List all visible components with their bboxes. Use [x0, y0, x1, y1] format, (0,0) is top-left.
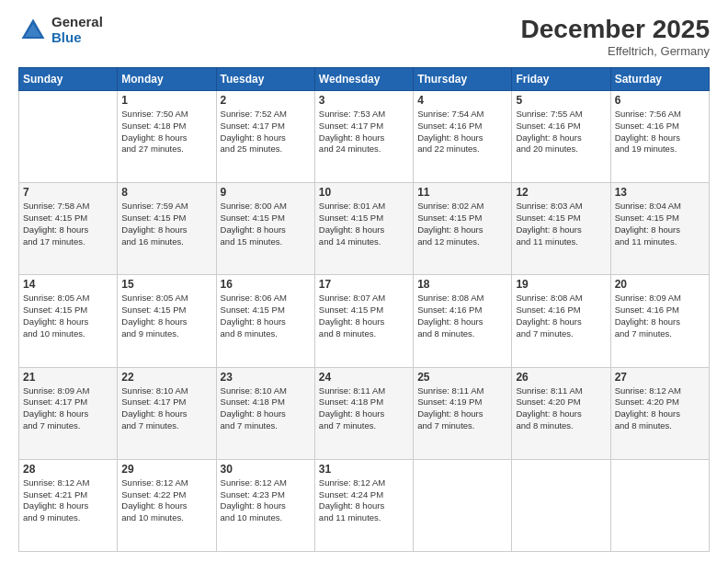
- calendar-cell: 27Sunrise: 8:12 AM Sunset: 4:20 PM Dayli…: [610, 367, 709, 459]
- day-number: 12: [516, 186, 606, 199]
- day-number: 17: [319, 278, 409, 291]
- day-info: Sunrise: 8:06 AM Sunset: 4:15 PM Dayligh…: [221, 293, 311, 339]
- day-number: 7: [23, 186, 113, 199]
- calendar-cell: 8Sunrise: 7:59 AM Sunset: 4:15 PM Daylig…: [118, 183, 216, 275]
- day-number: 23: [221, 371, 311, 384]
- calendar-table: SundayMondayTuesdayWednesdayThursdayFrid…: [18, 67, 710, 552]
- week-row-5: 28Sunrise: 8:12 AM Sunset: 4:21 PM Dayli…: [19, 459, 710, 551]
- calendar-cell: 19Sunrise: 8:08 AM Sunset: 4:16 PM Dayli…: [512, 275, 610, 367]
- day-info: Sunrise: 8:04 AM Sunset: 4:15 PM Dayligh…: [615, 201, 705, 247]
- week-row-1: 1Sunrise: 7:50 AM Sunset: 4:18 PM Daylig…: [19, 91, 710, 183]
- day-header-wednesday: Wednesday: [314, 68, 413, 91]
- calendar-cell: 28Sunrise: 8:12 AM Sunset: 4:21 PM Dayli…: [19, 459, 118, 551]
- calendar-cell: 6Sunrise: 7:56 AM Sunset: 4:16 PM Daylig…: [610, 91, 709, 183]
- day-info: Sunrise: 8:11 AM Sunset: 4:20 PM Dayligh…: [516, 385, 606, 432]
- calendar-cell: 22Sunrise: 8:10 AM Sunset: 4:17 PM Dayli…: [118, 367, 216, 459]
- day-header-saturday: Saturday: [610, 68, 709, 91]
- calendar-cell: [512, 459, 610, 551]
- day-info: Sunrise: 8:12 AM Sunset: 4:20 PM Dayligh…: [615, 385, 705, 432]
- calendar-cell: 26Sunrise: 8:11 AM Sunset: 4:20 PM Dayli…: [512, 367, 610, 459]
- day-info: Sunrise: 8:12 AM Sunset: 4:24 PM Dayligh…: [319, 477, 409, 524]
- day-info: Sunrise: 7:55 AM Sunset: 4:16 PM Dayligh…: [516, 109, 606, 155]
- week-row-4: 21Sunrise: 8:09 AM Sunset: 4:17 PM Dayli…: [19, 367, 710, 459]
- day-info: Sunrise: 8:03 AM Sunset: 4:15 PM Dayligh…: [516, 201, 606, 247]
- day-info: Sunrise: 8:11 AM Sunset: 4:18 PM Dayligh…: [319, 385, 409, 432]
- day-number: 13: [615, 186, 705, 199]
- day-info: Sunrise: 8:09 AM Sunset: 4:16 PM Dayligh…: [615, 293, 705, 339]
- day-number: 29: [121, 463, 211, 476]
- day-info: Sunrise: 7:54 AM Sunset: 4:16 PM Dayligh…: [417, 109, 507, 155]
- day-number: 18: [417, 278, 507, 291]
- calendar-cell: [19, 91, 118, 183]
- day-number: 5: [516, 94, 606, 107]
- day-number: 11: [417, 186, 507, 199]
- day-info: Sunrise: 7:50 AM Sunset: 4:18 PM Dayligh…: [121, 109, 211, 155]
- calendar-cell: 12Sunrise: 8:03 AM Sunset: 4:15 PM Dayli…: [512, 183, 610, 275]
- day-info: Sunrise: 8:08 AM Sunset: 4:16 PM Dayligh…: [417, 293, 507, 339]
- calendar-cell: 29Sunrise: 8:12 AM Sunset: 4:22 PM Dayli…: [118, 459, 216, 551]
- week-row-3: 14Sunrise: 8:05 AM Sunset: 4:15 PM Dayli…: [19, 275, 710, 367]
- day-number: 22: [121, 371, 211, 384]
- calendar-cell: 20Sunrise: 8:09 AM Sunset: 4:16 PM Dayli…: [610, 275, 709, 367]
- calendar-cell: 1Sunrise: 7:50 AM Sunset: 4:18 PM Daylig…: [118, 91, 216, 183]
- day-info: Sunrise: 8:08 AM Sunset: 4:16 PM Dayligh…: [516, 293, 606, 339]
- day-number: 10: [319, 186, 409, 199]
- logo-blue-text: Blue: [51, 30, 103, 46]
- logo-text: General Blue: [51, 15, 103, 45]
- day-number: 26: [516, 371, 606, 384]
- calendar-cell: 2Sunrise: 7:52 AM Sunset: 4:17 PM Daylig…: [216, 91, 314, 183]
- day-info: Sunrise: 8:02 AM Sunset: 4:15 PM Dayligh…: [417, 201, 507, 247]
- day-header-tuesday: Tuesday: [216, 68, 314, 91]
- day-header-friday: Friday: [512, 68, 610, 91]
- day-number: 31: [319, 463, 409, 476]
- day-number: 6: [615, 94, 705, 107]
- logo-icon: [18, 16, 48, 45]
- calendar-cell: 21Sunrise: 8:09 AM Sunset: 4:17 PM Dayli…: [19, 367, 118, 459]
- day-number: 30: [221, 463, 311, 476]
- calendar-cell: 10Sunrise: 8:01 AM Sunset: 4:15 PM Dayli…: [314, 183, 413, 275]
- calendar-cell: 7Sunrise: 7:58 AM Sunset: 4:15 PM Daylig…: [19, 183, 118, 275]
- calendar-cell: 24Sunrise: 8:11 AM Sunset: 4:18 PM Dayli…: [314, 367, 413, 459]
- calendar-cell: 17Sunrise: 8:07 AM Sunset: 4:15 PM Dayli…: [314, 275, 413, 367]
- day-number: 19: [516, 278, 606, 291]
- calendar-cell: 30Sunrise: 8:12 AM Sunset: 4:23 PM Dayli…: [216, 459, 314, 551]
- day-info: Sunrise: 7:58 AM Sunset: 4:15 PM Dayligh…: [23, 201, 113, 247]
- calendar-cell: 14Sunrise: 8:05 AM Sunset: 4:15 PM Dayli…: [19, 275, 118, 367]
- day-info: Sunrise: 7:59 AM Sunset: 4:15 PM Dayligh…: [121, 201, 211, 247]
- page: General Blue December 2025 Effeltrich, G…: [0, 0, 728, 563]
- day-number: 4: [417, 94, 507, 107]
- day-info: Sunrise: 8:09 AM Sunset: 4:17 PM Dayligh…: [23, 385, 113, 432]
- calendar-cell: 31Sunrise: 8:12 AM Sunset: 4:24 PM Dayli…: [314, 459, 413, 551]
- calendar-cell: 4Sunrise: 7:54 AM Sunset: 4:16 PM Daylig…: [414, 91, 512, 183]
- location: Effeltrich, Germany: [521, 44, 710, 58]
- calendar-cell: 15Sunrise: 8:05 AM Sunset: 4:15 PM Dayli…: [118, 275, 216, 367]
- day-number: 28: [23, 463, 113, 476]
- day-header-sunday: Sunday: [19, 68, 118, 91]
- header: General Blue December 2025 Effeltrich, G…: [18, 15, 710, 58]
- calendar-cell: 13Sunrise: 8:04 AM Sunset: 4:15 PM Dayli…: [610, 183, 709, 275]
- day-number: 14: [23, 278, 113, 291]
- calendar-header-row: SundayMondayTuesdayWednesdayThursdayFrid…: [19, 68, 710, 91]
- calendar-cell: 23Sunrise: 8:10 AM Sunset: 4:18 PM Dayli…: [216, 367, 314, 459]
- month-title: December 2025: [521, 15, 710, 44]
- day-info: Sunrise: 8:11 AM Sunset: 4:19 PM Dayligh…: [417, 385, 507, 432]
- day-info: Sunrise: 8:01 AM Sunset: 4:15 PM Dayligh…: [319, 201, 409, 247]
- day-number: 21: [23, 371, 113, 384]
- day-number: 2: [221, 94, 311, 107]
- logo: General Blue: [18, 15, 103, 45]
- day-number: 27: [615, 371, 705, 384]
- day-number: 16: [221, 278, 311, 291]
- day-number: 20: [615, 278, 705, 291]
- day-number: 8: [121, 186, 211, 199]
- day-number: 9: [221, 186, 311, 199]
- day-info: Sunrise: 8:12 AM Sunset: 4:22 PM Dayligh…: [121, 477, 211, 524]
- calendar-cell: 5Sunrise: 7:55 AM Sunset: 4:16 PM Daylig…: [512, 91, 610, 183]
- day-info: Sunrise: 7:52 AM Sunset: 4:17 PM Dayligh…: [221, 109, 311, 155]
- day-info: Sunrise: 8:05 AM Sunset: 4:15 PM Dayligh…: [23, 293, 113, 339]
- calendar-cell: 9Sunrise: 8:00 AM Sunset: 4:15 PM Daylig…: [216, 183, 314, 275]
- day-info: Sunrise: 7:56 AM Sunset: 4:16 PM Dayligh…: [615, 109, 705, 155]
- title-block: December 2025 Effeltrich, Germany: [521, 15, 710, 58]
- day-info: Sunrise: 7:53 AM Sunset: 4:17 PM Dayligh…: [319, 109, 409, 155]
- day-info: Sunrise: 8:10 AM Sunset: 4:17 PM Dayligh…: [121, 385, 211, 432]
- calendar-cell: 25Sunrise: 8:11 AM Sunset: 4:19 PM Dayli…: [414, 367, 512, 459]
